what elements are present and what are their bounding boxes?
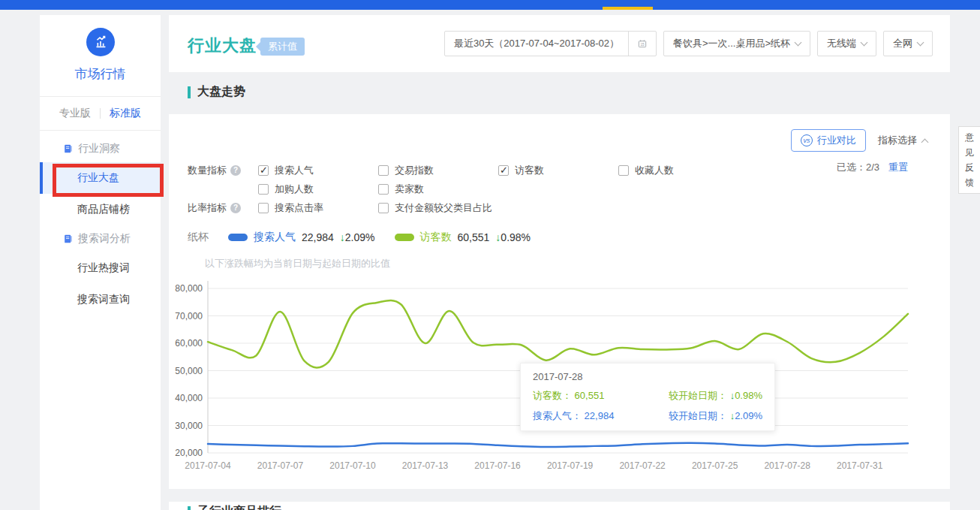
sidebar-item-industry-overview[interactable]: 行业大盘 [40, 162, 161, 194]
y-axis-tick-label: 70,000 [175, 311, 203, 321]
metric-label: 搜索人气 [275, 164, 314, 177]
legend-change: ↓0.98% [495, 231, 531, 243]
x-axis-tick-label: 2017-07-31 [837, 460, 883, 471]
date-range-picker[interactable]: 最近30天（2017-07-04~2017-08-02） 15 [444, 31, 657, 56]
reset-link[interactable]: 重置 [888, 161, 908, 174]
sidebar-item-product-shop-ranking[interactable]: 商品店铺榜 [40, 194, 161, 225]
legend-item-search-popularity[interactable]: 搜索人气22,984↓2.09% [228, 231, 375, 244]
tooltip-rows: 访客数： 60,551较开始日期： ↓0.98%搜索人气： 22,984较开始日… [533, 389, 762, 423]
metric-row: 加购人数卖家数 [188, 180, 791, 198]
y-axis-tick-label: 40,000 [175, 393, 203, 403]
date-range-label[interactable]: 最近30天（2017-07-04~2017-08-02） [445, 32, 628, 56]
sidebar-item-label: 商品店铺榜 [77, 203, 130, 216]
tooltip-date: 2017-07-28 [533, 371, 762, 382]
cumulative-badge: 累计值 [260, 38, 305, 56]
terminal-dropdown[interactable]: 无线端 [817, 31, 876, 56]
metric-checkbox-add-cart-count[interactable]: 加购人数 [258, 183, 378, 196]
sidebar-header: 市场行情 [40, 15, 161, 97]
trend-section-title-text: 大盘走势 [197, 84, 245, 100]
svg-text:15: 15 [640, 43, 645, 47]
ratio-metrics-label: 比率指标? [188, 201, 258, 215]
legend-item-visitor-count[interactable]: 访客数60,551↓0.98% [395, 231, 531, 244]
checkbox-unchecked-icon[interactable] [378, 165, 389, 176]
metric-label: 交易指数 [395, 164, 434, 177]
legend-series-name: 访客数 [420, 231, 452, 244]
checkbox-checked-icon[interactable] [258, 165, 269, 176]
chart-note: 以下涨跌幅均为当前日期与起始日期的比值 [205, 257, 390, 270]
help-icon[interactable]: ? [230, 203, 241, 213]
checkbox-unchecked-icon[interactable] [258, 203, 269, 213]
next-section-title: 子行业商品排行 [188, 504, 281, 510]
legend-swatch [395, 234, 414, 241]
checkbox-unchecked-icon[interactable] [378, 184, 389, 195]
metric-label: 卖家数 [395, 183, 424, 196]
metric-checkbox-visitor-count[interactable]: 访客数 [498, 164, 618, 177]
card-actions: vs 行业对比 指标选择 [791, 129, 927, 152]
tooltip-row: 访客数： 60,551较开始日期： ↓0.98% [533, 389, 762, 403]
selected-info: 已选：2/3 重置 [837, 161, 908, 174]
x-axis-tick-label: 2017-07-22 [619, 460, 666, 471]
checkbox-checked-icon[interactable] [498, 165, 509, 176]
arrow-down-icon: ↓ [730, 410, 735, 421]
calendar-icon[interactable]: 15 [628, 32, 656, 56]
metric-select-label: 指标选择 [878, 134, 917, 147]
sidebar-app-title: 市场行情 [40, 65, 161, 97]
chevron-down-icon [861, 39, 868, 47]
terminal-value: 无线端 [827, 37, 856, 50]
feedback-tab[interactable]: 意见反馈 [958, 126, 980, 194]
legend-series-value: 60,551 [458, 231, 490, 243]
metric-label: 收藏人数 [635, 164, 674, 177]
y-axis-tick-label: 50,000 [175, 366, 203, 376]
category-dropdown[interactable]: 餐饮具>一次...桌用品>纸杯 [663, 31, 810, 56]
scope-dropdown[interactable]: 全网 [883, 31, 933, 56]
legend-series-value: 22,984 [302, 231, 334, 243]
arrow-down-icon: ↓ [340, 231, 345, 243]
trend-card: vs 行业对比 指标选择 数量指标?搜索人气交易指数访客数收藏人数加购人数卖家数… [169, 114, 950, 489]
page-header: 行业大盘 累计值 最近30天（2017-07-04~2017-08-02） 15… [169, 15, 950, 72]
metric-row: 数量指标?搜索人气交易指数访客数收藏人数 [188, 161, 791, 180]
metric-checkbox-search-popularity[interactable]: 搜索人气 [258, 164, 378, 177]
metric-checkbox-search-ctr[interactable]: 搜索点击率 [258, 201, 378, 215]
metric-checkbox-seller-count[interactable]: 卖家数 [378, 183, 498, 196]
legend-swatch [228, 234, 248, 241]
sidebar-item-label: 搜索词查询 [77, 293, 130, 306]
checkbox-unchecked-icon[interactable] [618, 165, 629, 176]
version-tab-pro[interactable]: 专业版 [50, 107, 100, 120]
tooltip-change: 较开始日期： ↓2.09% [669, 409, 762, 423]
checkbox-unchecked-icon[interactable] [258, 184, 269, 195]
x-axis-tick-label: 2017-07-10 [329, 460, 376, 471]
sidebar-item-industry-hot-search[interactable]: 行业热搜词 [40, 252, 161, 284]
metric-label: 访客数 [515, 164, 544, 177]
chevron-up-icon [921, 138, 929, 146]
metric-checkbox-favorite-count[interactable]: 收藏人数 [618, 164, 791, 177]
x-axis-tick-label: 2017-07-25 [692, 460, 738, 471]
chevron-down-icon [917, 39, 924, 47]
next-section-title-text: 子行业商品排行 [197, 504, 281, 510]
chart-tooltip: 2017-07-28 访客数： 60,551较开始日期： ↓0.98%搜索人气：… [520, 363, 775, 431]
sidebar-group-label: 行业洞察 [78, 142, 120, 155]
sidebar-group-search-term-analysis: 搜索词分析 [40, 225, 161, 252]
sidebar-menu: 行业洞察行业大盘商品店铺榜搜索词分析行业热搜词搜索词查询 [40, 131, 161, 315]
help-icon[interactable]: ? [230, 165, 241, 176]
trend-section-title: 大盘走势 [188, 84, 245, 100]
arrow-down-icon: ↓ [730, 390, 735, 401]
checkbox-unchecked-icon[interactable] [378, 203, 389, 213]
metric-select-toggle[interactable]: 指标选择 [878, 134, 927, 147]
x-axis-tick-label: 2017-07-28 [764, 460, 810, 471]
metric-checkbox-transaction-index[interactable]: 交易指数 [378, 164, 498, 177]
metric-checkbox-payment-ratio-parent[interactable]: 支付金额较父类目占比 [378, 201, 498, 215]
sidebar-group-label: 搜索词分析 [78, 232, 131, 246]
vs-icon: vs [801, 134, 813, 146]
metric-label: 搜索点击率 [275, 201, 323, 215]
page-title: 行业大盘 [188, 35, 257, 57]
sidebar-item-search-term-query[interactable]: 搜索词查询 [40, 284, 161, 315]
quantity-metrics-label: 数量指标? [188, 164, 258, 177]
industry-compare-button[interactable]: vs 行业对比 [791, 129, 866, 152]
series-line-访客数 [208, 300, 908, 368]
y-axis-tick-label: 20,000 [175, 448, 203, 458]
version-tab-standard[interactable]: 标准版 [101, 107, 150, 120]
x-axis-tick-label: 2017-07-16 [474, 460, 521, 471]
metric-row: 比率指标?搜索点击率支付金额较父类目占比 [188, 198, 791, 217]
market-trend-icon [86, 28, 115, 56]
book-icon [63, 143, 74, 154]
